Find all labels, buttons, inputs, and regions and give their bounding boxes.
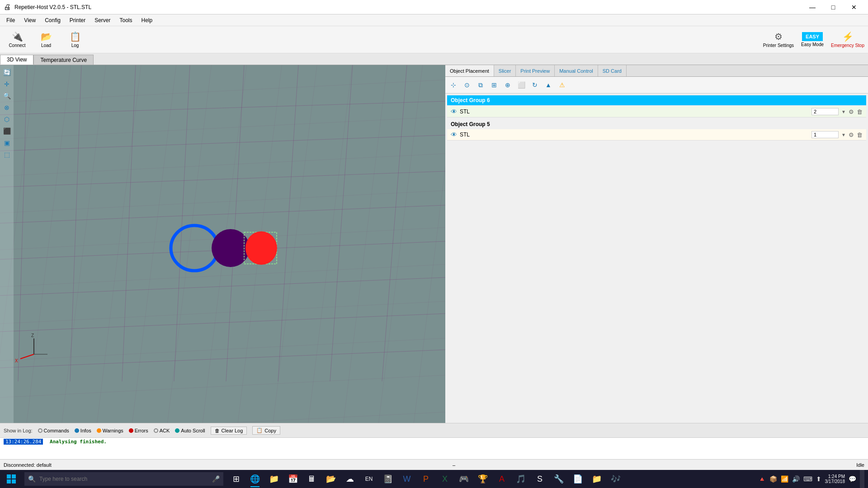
sphere-view-button[interactable]: ⊗ bbox=[1, 102, 12, 113]
connect-button[interactable]: 🔌 Connect bbox=[4, 28, 31, 52]
taskbar-app-spotify[interactable]: 🎵 bbox=[512, 470, 530, 488]
warnings-radio[interactable]: Warnings bbox=[97, 428, 123, 433]
taskbar-app-powerpoint[interactable]: P bbox=[417, 470, 435, 488]
triangle-up-button[interactable]: ▲ bbox=[542, 79, 555, 91]
menu-printer[interactable]: Printer bbox=[65, 16, 90, 24]
move-button[interactable]: ✛ bbox=[1, 79, 12, 89]
center-button[interactable]: ⊙ bbox=[461, 79, 473, 91]
menu-file[interactable]: File bbox=[2, 16, 19, 24]
tab-slicer[interactable]: Slicer bbox=[494, 65, 516, 76]
titlebar: 🖨 Repetier-Host V2.0.5 - STL.STL — □ ✕ bbox=[0, 0, 868, 14]
taskbar-app-excel[interactable]: X bbox=[436, 470, 454, 488]
rotate-button[interactable]: ↻ bbox=[528, 79, 541, 91]
taskbar-app-acrobat[interactable]: A bbox=[493, 470, 511, 488]
errors-radio[interactable]: Errors bbox=[129, 428, 148, 433]
infos-radio-dot bbox=[75, 428, 79, 433]
taskbar-app-sports[interactable]: 🏆 bbox=[474, 470, 492, 488]
menu-view[interactable]: View bbox=[19, 16, 40, 24]
taskbar-app-music[interactable]: 🎶 bbox=[607, 470, 625, 488]
frame-button[interactable]: ⬚ bbox=[1, 149, 12, 160]
close-button[interactable]: ✕ bbox=[844, 0, 864, 14]
taskbar-app-pdf[interactable]: 📄 bbox=[569, 470, 587, 488]
zoom-button[interactable]: 🔍 bbox=[1, 90, 12, 101]
taskbar-app-files[interactable]: 📁 bbox=[265, 470, 283, 488]
cube-wireframe-button[interactable]: ⬡ bbox=[1, 114, 12, 125]
speaker-icon[interactable]: 🔊 bbox=[792, 475, 800, 483]
clock: 1:24 PM 3/17/2018 bbox=[825, 474, 845, 484]
notification-icon[interactable]: 💬 bbox=[849, 475, 856, 483]
trash-icon-g5[interactable]: 🗑 bbox=[857, 131, 863, 138]
maximize-button[interactable]: □ bbox=[823, 0, 844, 14]
3d-viewport[interactable]: Z X 🔄 ✛ 🔍 ⊗ ⬡ ⬛ ▣ ⬚ bbox=[0, 65, 445, 423]
wifi-icon[interactable]: 📶 bbox=[781, 475, 788, 483]
tab-manual-control[interactable]: Manual Control bbox=[555, 65, 598, 76]
auto-scroll-radio[interactable]: Auto Scroll bbox=[175, 428, 205, 433]
infos-label: Infos bbox=[80, 428, 91, 433]
eye-icon-g6[interactable]: 👁 bbox=[451, 108, 457, 115]
crosshair-button[interactable]: ⊕ bbox=[501, 79, 514, 91]
tab-object-placement[interactable]: Object Placement bbox=[445, 65, 494, 76]
copy-button[interactable]: 📋 Copy bbox=[252, 426, 280, 435]
taskbar-app-steam[interactable]: 🎮 bbox=[455, 470, 473, 488]
menu-server[interactable]: Server bbox=[90, 16, 115, 24]
show-desktop-button[interactable] bbox=[860, 470, 864, 488]
taskbar-app-folder2[interactable]: 📁 bbox=[588, 470, 606, 488]
cube-top-button[interactable]: ▣ bbox=[1, 137, 12, 148]
log-button[interactable]: 📋 Log bbox=[61, 28, 89, 52]
taskbar-app-explorer[interactable]: 📂 bbox=[322, 470, 340, 488]
menu-config[interactable]: Config bbox=[40, 16, 65, 24]
obj-count-g5[interactable] bbox=[811, 131, 839, 138]
taskbar-app-calculator[interactable]: 🖩 bbox=[303, 470, 321, 488]
cube-solid-button[interactable]: ⬛ bbox=[1, 126, 12, 136]
taskbar-app-task-view[interactable]: ⊞ bbox=[227, 470, 245, 488]
load-button[interactable]: 📂 Load bbox=[33, 28, 60, 52]
taskbar-app-onedrive[interactable]: ☁ bbox=[341, 470, 359, 488]
menu-help[interactable]: Help bbox=[137, 16, 157, 24]
tab-temperature-curve[interactable]: Temperature Curve bbox=[33, 55, 94, 65]
microphone-icon[interactable]: 🎤 bbox=[212, 475, 220, 483]
triangle-warn-button[interactable]: ⚠ bbox=[556, 79, 568, 91]
menu-tools[interactable]: Tools bbox=[115, 16, 137, 24]
taskbar-app-word[interactable]: W bbox=[398, 470, 416, 488]
eye-icon-g5[interactable]: 👁 bbox=[451, 131, 457, 138]
commands-radio[interactable]: Commands bbox=[38, 428, 69, 433]
emergency-stop-button[interactable]: ⚡ Emergency Stop bbox=[831, 31, 864, 48]
titlebar-controls[interactable]: — □ ✕ bbox=[802, 0, 864, 14]
taskbar-app-misc[interactable]: 🔧 bbox=[550, 470, 568, 488]
network-icon[interactable]: 🔺 bbox=[758, 475, 766, 483]
duplicate-button[interactable]: ⧉ bbox=[474, 79, 487, 91]
dropbox-icon[interactable]: 📦 bbox=[769, 475, 777, 483]
taskbar-apps: ⊞ 🌐 📁 📅 🖩 📂 ☁ EN 📓 W P X 🎮 🏆 A 🎵 S 🔧 📄 📁… bbox=[227, 470, 625, 488]
taskbar-app-language[interactable]: EN bbox=[360, 470, 378, 488]
grid-button[interactable]: ⊞ bbox=[488, 79, 500, 91]
load-icon: 📂 bbox=[41, 31, 52, 42]
easy-mode-button[interactable]: EASY Easy Mode bbox=[801, 32, 824, 47]
taskbar: 🔍 🎤 ⊞ 🌐 📁 📅 🖩 📂 ☁ EN 📓 W P X 🎮 🏆 A 🎵 S 🔧… bbox=[0, 470, 868, 488]
search-box[interactable]: 🔍 🎤 bbox=[24, 472, 223, 486]
rotate-view-button[interactable]: 🔄 bbox=[1, 67, 12, 78]
gear-icon-g6[interactable]: ⚙ bbox=[849, 108, 854, 115]
taskbar-app-onenote[interactable]: 📓 bbox=[379, 470, 397, 488]
start-button[interactable] bbox=[0, 470, 23, 488]
dropdown-arrow-g5[interactable]: ▼ bbox=[841, 132, 846, 137]
taskbar-app-chrome[interactable]: 🌐 bbox=[246, 470, 264, 488]
infos-radio[interactable]: Infos bbox=[75, 428, 91, 433]
trash-icon-g6[interactable]: 🗑 bbox=[857, 108, 863, 115]
dropdown-arrow-g6[interactable]: ▼ bbox=[841, 109, 846, 114]
tab-3d-view[interactable]: 3D View bbox=[0, 55, 33, 65]
search-input[interactable] bbox=[39, 476, 208, 482]
printer-settings-button[interactable]: ⚙ Printer Settings bbox=[763, 31, 794, 48]
taskbar-app-calendar[interactable]: 📅 bbox=[284, 470, 302, 488]
keyboard-icon[interactable]: ⌨ bbox=[803, 475, 812, 483]
gear-icon-g5[interactable]: ⚙ bbox=[849, 131, 854, 138]
tab-sd-card[interactable]: SD Card bbox=[598, 65, 627, 76]
obj-count-g6[interactable] bbox=[811, 108, 839, 115]
minimize-button[interactable]: — bbox=[802, 0, 823, 14]
taskbar-app-sos[interactable]: S bbox=[531, 470, 549, 488]
tab-print-preview[interactable]: Print Preview bbox=[516, 65, 555, 76]
ack-radio[interactable]: ACK bbox=[154, 428, 170, 433]
select-button[interactable]: ⊹ bbox=[447, 79, 460, 91]
resize-button[interactable]: ⬜ bbox=[515, 79, 528, 91]
arrow-icon[interactable]: ⬆ bbox=[816, 475, 821, 483]
clear-log-button[interactable]: 🗑 Clear Log bbox=[211, 427, 247, 435]
